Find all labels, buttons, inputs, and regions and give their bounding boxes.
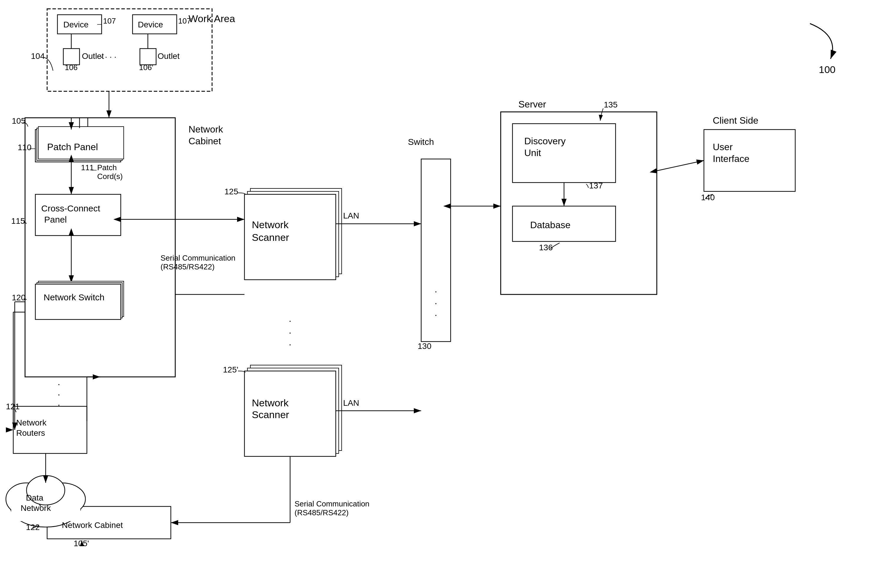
svg-text:Interface: Interface (713, 153, 750, 164)
lan2-label: LAN (343, 398, 359, 408)
svg-text:136: 136 (539, 243, 553, 252)
svg-text:104: 104 (31, 51, 45, 61)
svg-text:105: 105 (12, 116, 26, 125)
svg-text:105': 105' (74, 539, 89, 548)
user-interface-label: User (713, 142, 733, 152)
svg-text:125': 125' (223, 365, 238, 374)
svg-text:137: 137 (589, 181, 603, 190)
svg-text:Scanner: Scanner (252, 409, 289, 420)
svg-text:(RS485/RS422): (RS485/RS422) (160, 262, 215, 271)
svg-text:Network: Network (21, 504, 51, 513)
network-cabinet-bottom-label: Network Cabinet (62, 520, 123, 530)
network-routers-label: Network (16, 418, 47, 427)
client-side-label: Client Side (713, 115, 758, 126)
svg-text:121: 121 (6, 402, 20, 411)
svg-text:Outlet: Outlet (158, 51, 180, 61)
svg-text:106': 106' (139, 63, 153, 72)
svg-text:Outlet: Outlet (82, 51, 104, 61)
svg-text:110: 110 (18, 143, 32, 152)
ref-100: 100 (819, 64, 836, 75)
diagram-container: · · · · (0, 0, 888, 588)
svg-text:125: 125 (224, 187, 238, 196)
svg-rect-5 (140, 49, 156, 65)
serial-comm2-label: Serial Communication (294, 500, 369, 508)
network-cabinet-top-label: Network (189, 124, 223, 135)
svg-text:·: · (289, 315, 292, 326)
switch-label: Switch (408, 137, 434, 147)
lan1-label: LAN (343, 211, 359, 220)
svg-text:Cord(s): Cord(s) (97, 172, 123, 181)
svg-text:Panel: Panel (44, 214, 67, 224)
svg-text:111: 111 (81, 163, 94, 172)
svg-text:·: · (289, 327, 292, 338)
svg-text:107: 107 (103, 16, 116, 26)
serial-comm1-label: Serial Communication (160, 254, 236, 262)
svg-text:107': 107' (178, 16, 192, 26)
svg-text:Cabinet: Cabinet (189, 136, 221, 146)
server-label: Server (518, 99, 546, 110)
device1-label: Device (63, 20, 88, 29)
svg-text:122: 122 (26, 523, 40, 532)
svg-text:·: · (435, 286, 437, 297)
network-switch-label: Network Switch (44, 292, 105, 302)
svg-text:Unit: Unit (524, 147, 541, 158)
cross-connect-label: Cross-Connect (41, 204, 100, 213)
svg-text:·: · (58, 399, 60, 410)
svg-text:·: · (435, 309, 437, 320)
patch-panel-label: Patch Panel (47, 142, 98, 152)
svg-text:·: · (58, 389, 60, 399)
svg-text:130: 130 (418, 342, 432, 351)
device2-label: Device (138, 20, 163, 29)
svg-text:115: 115 (11, 216, 25, 225)
database-label: Database (530, 220, 570, 230)
svg-text:·: · (58, 379, 60, 389)
svg-text:Scanner: Scanner (252, 232, 289, 243)
svg-text:120: 120 (12, 293, 26, 302)
svg-text:·: · (435, 298, 437, 308)
svg-text:Patch: Patch (97, 163, 117, 172)
diagram-svg: · · · · (0, 0, 888, 588)
svg-text:Routers: Routers (16, 428, 45, 438)
svg-rect-4 (63, 49, 80, 65)
svg-text:106: 106 (65, 63, 78, 72)
network-scanner2-label: Network (252, 397, 289, 408)
svg-text:·: · (289, 339, 292, 350)
discovery-unit-label: Discovery (524, 136, 566, 146)
work-area-label: Work Area (189, 13, 235, 24)
svg-text:135: 135 (604, 100, 618, 109)
svg-text:(RS485/RS422): (RS485/RS422) (294, 508, 349, 517)
data-network-label: Data (26, 493, 44, 502)
network-scanner1-label: Network (252, 219, 289, 230)
